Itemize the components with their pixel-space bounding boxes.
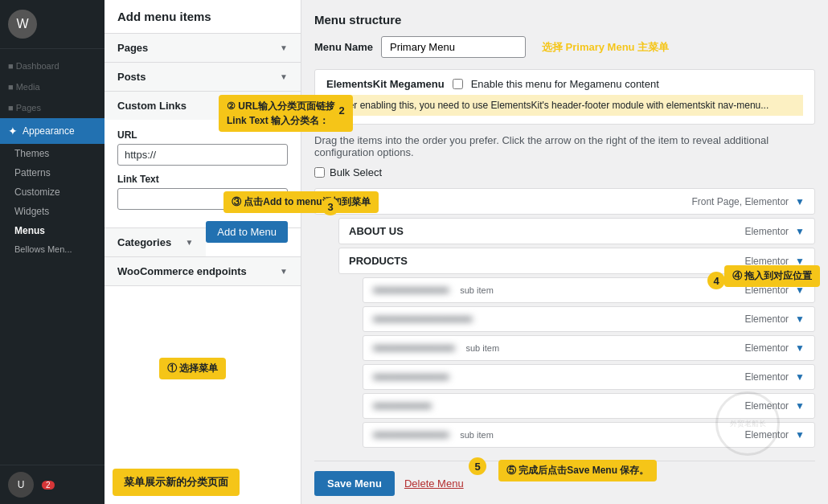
accordion-posts-header[interactable]: Posts ▼ bbox=[105, 63, 301, 91]
posts-label: Posts bbox=[117, 71, 146, 83]
menu-item-sub3-left: ■■■■■■■■■■■■■■ sub item bbox=[373, 342, 499, 354]
menu-item-sub6-tag: sub item bbox=[460, 430, 494, 440]
megamenu-title: ElementsKit Megamenu bbox=[326, 78, 445, 90]
menu-item-sub2[interactable]: ■■■■■■■■■■■■■■■■■ Elementor ▼ bbox=[363, 306, 815, 332]
sidebar-item-menus[interactable]: Menus bbox=[0, 221, 105, 240]
menu-item-sub3-name: ■■■■■■■■■■■■■■ bbox=[373, 342, 454, 354]
menu-item-sub5-name: ■■■■■■■■■■ bbox=[373, 400, 431, 412]
menu-item-sub5-arrow-icon[interactable]: ▼ bbox=[795, 400, 805, 412]
sidebar-item-pages[interactable]: ■ Pages bbox=[0, 97, 105, 118]
menu-item-sub5-type: Elementor bbox=[744, 400, 789, 412]
menu-item-home-arrow-icon[interactable]: ▼ bbox=[795, 196, 805, 207]
menu-item-sub6-name: ■■■■■■■■■■■■■ bbox=[373, 429, 449, 440]
menu-name-label: Menu Name bbox=[314, 41, 373, 53]
select-primary-annotation: 选择 Primary Menu 主菜单 bbox=[542, 40, 669, 55]
bulk-select-checkbox[interactable] bbox=[314, 167, 325, 178]
menu-item-home-type: Front Page, Elementor bbox=[691, 196, 789, 207]
link-text-input[interactable] bbox=[117, 188, 288, 210]
posts-arrow-icon: ▼ bbox=[280, 72, 288, 81]
menu-item-sub1[interactable]: ■■■■■■■■■■■■■ sub item Elementor ▼ bbox=[363, 277, 815, 303]
menu-structure-panel: Menu structure Menu Name 选择 Primary Menu… bbox=[301, 0, 828, 504]
menu-structure-title: Menu structure bbox=[314, 13, 815, 27]
accordion-pages-header[interactable]: Pages ▼ bbox=[105, 34, 301, 62]
url-label: URL bbox=[117, 129, 288, 141]
categories-arrow-icon: ▼ bbox=[185, 238, 193, 247]
delete-menu-button[interactable]: Delete Menu bbox=[404, 477, 464, 490]
menu-item-sub4[interactable]: ■■■■■■■■■■■■■ Elementor ▼ bbox=[363, 364, 815, 390]
sidebar-item-dashboard[interactable]: ■ Dashboard bbox=[0, 55, 105, 76]
menu-item-sub6-left: ■■■■■■■■■■■■■ sub item bbox=[373, 429, 494, 440]
wordpress-icon: W bbox=[8, 10, 37, 39]
bulk-select-label: Bulk Select bbox=[330, 166, 382, 178]
menu-item-sub6-right: Elementor ▼ bbox=[744, 429, 805, 440]
menu-item-sub2-type: Elementor bbox=[744, 313, 789, 325]
megamenu-section: ElementsKit Megamenu Enable this menu fo… bbox=[314, 69, 815, 125]
menu-item-sub1-arrow-icon[interactable]: ▼ bbox=[795, 285, 805, 296]
menu-item-sub6[interactable]: ■■■■■■■■■■■■■ sub item Elementor ▼ bbox=[363, 422, 815, 448]
pages-arrow-icon: ▼ bbox=[280, 43, 288, 52]
menu-item-sub1-type: Elementor bbox=[744, 285, 789, 296]
sidebar-item-media[interactable]: ■ Media bbox=[0, 76, 105, 97]
save-menu-button[interactable]: Save Menu bbox=[314, 471, 395, 496]
menu-item-sub3[interactable]: ■■■■■■■■■■■■■■ sub item Elementor ▼ bbox=[363, 335, 815, 361]
badge: 2 bbox=[42, 481, 55, 490]
menu-item-sub6-type: Elementor bbox=[744, 429, 789, 440]
accordion-woocommerce: WooCommerce endpoints ▼ bbox=[105, 257, 301, 286]
menu-item-sub3-arrow-icon[interactable]: ▼ bbox=[795, 342, 805, 354]
url-input[interactable] bbox=[117, 144, 288, 166]
menu-item-products-left: PRODUCTS bbox=[349, 255, 408, 267]
sidebar-item-themes[interactable]: Themes bbox=[0, 144, 105, 163]
megamenu-checkbox[interactable] bbox=[453, 79, 463, 89]
accordion-woocommerce-header[interactable]: WooCommerce endpoints ▼ bbox=[105, 257, 301, 285]
menu-item-sub5[interactable]: ■■■■■■■■■■ Elementor ▼ bbox=[363, 393, 815, 419]
menu-item-products[interactable]: PRODUCTS Elementor ▼ bbox=[338, 248, 815, 274]
accordion-custom-links-header[interactable]: Custom Links ▲ bbox=[105, 92, 301, 120]
link-text-row: Link Text bbox=[117, 174, 288, 210]
sidebar-item-appearance[interactable]: ✦ Appearance bbox=[0, 118, 105, 144]
sidebar-bottom: U 2 bbox=[0, 465, 105, 504]
custom-links-arrow-icon: ▲ bbox=[280, 101, 288, 110]
save-delete-row: Save Menu Delete Menu bbox=[314, 461, 815, 496]
sidebar-items-group: ■ Dashboard ■ Media ■ Pages ✦ Appearance… bbox=[0, 52, 105, 261]
menu-item-sub4-right: Elementor ▼ bbox=[744, 371, 805, 383]
menu-item-about-us[interactable]: ABOUT US Elementor ▼ bbox=[338, 218, 815, 244]
add-menu-title: Add menu items bbox=[105, 0, 301, 34]
sidebar-item-customize[interactable]: Customize bbox=[0, 182, 105, 202]
menu-item-sub2-right: Elementor ▼ bbox=[744, 313, 805, 325]
menu-item-home-left: HOME bbox=[325, 195, 356, 207]
menu-item-sub6-arrow-icon[interactable]: ▼ bbox=[795, 429, 805, 440]
bulk-select-row: Bulk Select bbox=[314, 166, 815, 178]
menu-name-input[interactable] bbox=[381, 36, 526, 58]
menu-item-home-name: HOME bbox=[325, 195, 356, 207]
sidebar-item-widgets[interactable]: Widgets bbox=[0, 202, 105, 221]
menu-item-sub1-right: Elementor ▼ bbox=[744, 285, 805, 296]
bottom-tooltip: 菜单展示新的分类页面 bbox=[113, 469, 240, 496]
url-row: URL bbox=[117, 129, 288, 166]
sidebar-appearance-label: Appearance bbox=[23, 125, 75, 137]
accordion-categories-header[interactable]: Categories ▼ bbox=[105, 228, 206, 256]
menu-item-about-right: Elementor ▼ bbox=[744, 226, 805, 237]
menu-item-about-left: ABOUT US bbox=[349, 225, 404, 237]
menu-item-sub4-arrow-icon[interactable]: ▼ bbox=[795, 371, 805, 383]
accordion-pages: Pages ▼ bbox=[105, 34, 301, 63]
menu-item-sub5-right: Elementor ▼ bbox=[744, 400, 805, 412]
sidebar-item-patterns[interactable]: Patterns bbox=[0, 163, 105, 182]
sidebar: W ■ Dashboard ■ Media ■ Pages ✦ Appearan… bbox=[0, 0, 105, 504]
menu-item-home[interactable]: HOME Front Page, Elementor ▼ bbox=[314, 188, 815, 215]
menu-item-sub2-arrow-icon[interactable]: ▼ bbox=[795, 313, 805, 325]
user-avatar: U bbox=[8, 472, 34, 498]
menu-item-sub1-left: ■■■■■■■■■■■■■ sub item bbox=[373, 285, 494, 296]
menu-item-products-arrow-icon[interactable]: ▼ bbox=[795, 256, 805, 267]
megamenu-row: ElementsKit Megamenu Enable this menu fo… bbox=[326, 78, 803, 90]
woocommerce-label: WooCommerce endpoints bbox=[117, 265, 247, 277]
menu-item-about-arrow-icon[interactable]: ▼ bbox=[795, 226, 805, 237]
accordion-custom-links: Custom Links ▲ URL Link Text Add to Menu bbox=[105, 92, 301, 228]
add-menu-panel: Add menu items Pages ▼ Posts ▼ Custom Li… bbox=[105, 0, 301, 504]
menu-item-products-right: Elementor ▼ bbox=[744, 256, 805, 267]
menu-item-products-type: Elementor bbox=[744, 256, 789, 267]
sidebar-item-bellows[interactable]: Bellows Men... bbox=[0, 240, 105, 258]
add-to-menu-button[interactable]: Add to Menu bbox=[206, 221, 288, 243]
woocommerce-arrow-icon: ▼ bbox=[280, 267, 288, 276]
sidebar-logo: W bbox=[0, 0, 105, 49]
custom-links-label: Custom Links bbox=[117, 100, 187, 112]
